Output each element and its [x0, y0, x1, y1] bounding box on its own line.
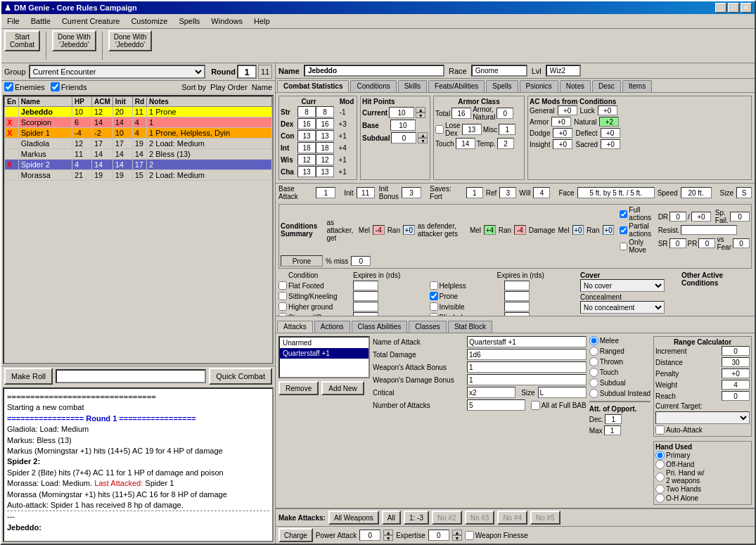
- tab-notes[interactable]: Notes: [560, 80, 591, 92]
- hp-subdual-down-button[interactable]: ▼: [418, 138, 428, 143]
- table-row[interactable]: Gladiola121717192 Load: Medium: [5, 139, 272, 149]
- table-row[interactable]: XSpider 241414172: [5, 160, 272, 170]
- cond-check-stunned-cower[interactable]: [278, 313, 287, 316]
- enemies-checkbox[interactable]: [4, 82, 13, 91]
- expertise-up[interactable]: ▲: [452, 530, 462, 535]
- tab-psionics[interactable]: Psionics: [520, 80, 558, 92]
- menu-battle[interactable]: Battle: [25, 15, 56, 27]
- resist-input[interactable]: [681, 225, 737, 235]
- add-weapon-button[interactable]: Add New: [321, 381, 364, 395]
- friends-checkbox-label[interactable]: Friends: [51, 82, 87, 91]
- table-row[interactable]: Jebeddo101220111 Prone: [5, 107, 272, 117]
- tab-spells[interactable]: Spells: [486, 80, 518, 92]
- pr-input[interactable]: [698, 238, 715, 248]
- menu-customize[interactable]: Customize: [125, 15, 173, 27]
- hp-current-input[interactable]: [389, 107, 414, 118]
- saves-will-input[interactable]: [533, 187, 550, 198]
- level-input[interactable]: [546, 65, 581, 77]
- dec-input[interactable]: [605, 414, 622, 424]
- base-attack-input[interactable]: [316, 187, 335, 198]
- cond-rcheck-blinded[interactable]: [430, 313, 438, 316]
- weight-input[interactable]: [722, 380, 750, 390]
- all-full-bab-label[interactable]: All at Full BAB: [531, 401, 587, 410]
- attr-curr-con[interactable]: [297, 130, 316, 141]
- dr-input[interactable]: [669, 212, 686, 222]
- maximize-button[interactable]: □: [728, 3, 739, 13]
- pri-hand-w2-radio[interactable]: [655, 473, 665, 482]
- hp-up-button[interactable]: ▲: [416, 107, 425, 113]
- attack-tab-attacks[interactable]: Attacks: [277, 321, 313, 333]
- charge-button[interactable]: Charge: [278, 528, 313, 542]
- subdual-instead-radio[interactable]: [589, 389, 598, 398]
- sr-input[interactable]: [669, 238, 686, 248]
- menu-windows[interactable]: Windows: [205, 15, 248, 27]
- weapon-critical-input[interactable]: [467, 387, 515, 398]
- full-actions-checkbox[interactable]: [620, 210, 627, 218]
- weapon-damage-bonus-input[interactable]: [467, 374, 587, 385]
- cond-rexpires-prone[interactable]: [504, 291, 530, 301]
- attack-tab-actions[interactable]: Actions: [314, 321, 350, 333]
- size-input[interactable]: [736, 187, 752, 198]
- character-name-input[interactable]: [304, 65, 444, 77]
- table-row[interactable]: XSpider 1-4-21041 Prone, Helpless, Dyin: [5, 128, 272, 139]
- weapon-name-input[interactable]: [467, 336, 587, 347]
- vs-fear-input[interactable]: [733, 238, 750, 248]
- enemies-checkbox-label[interactable]: Enemies: [4, 82, 45, 91]
- concealment-select[interactable]: No concealment: [580, 301, 665, 314]
- power-attack-up[interactable]: ▲: [383, 530, 393, 535]
- only-move-checkbox[interactable]: [620, 243, 627, 250]
- cond-expires-higher-ground[interactable]: [353, 302, 378, 312]
- cond-rcheck-prone[interactable]: [430, 292, 438, 300]
- attr-base-cha[interactable]: [316, 166, 334, 177]
- cond-expires-stunned-cower[interactable]: [353, 312, 378, 316]
- num-attacks-input[interactable]: [467, 399, 525, 411]
- col-notes[interactable]: Notes: [147, 97, 272, 107]
- expertise-down[interactable]: ▼: [452, 535, 462, 541]
- temp-input[interactable]: [497, 138, 514, 149]
- cond-check-sitting-kneeling[interactable]: [278, 292, 287, 300]
- done-with-jebeddo-button-2[interactable]: Done With 'Jebeddo': [108, 30, 153, 51]
- face-input[interactable]: [577, 187, 655, 198]
- expertise-input[interactable]: [428, 530, 449, 541]
- attr-base-con[interactable]: [316, 130, 334, 141]
- weapon-finesse-checkbox[interactable]: [465, 531, 474, 540]
- attr-base-wis[interactable]: [316, 154, 334, 165]
- group-select[interactable]: Current Encounter: [29, 65, 206, 79]
- attr-curr-wis[interactable]: [297, 154, 316, 165]
- remove-weapon-button[interactable]: Remove: [278, 381, 319, 395]
- done-with-jebeddo-button-1[interactable]: Done With 'Jebeddo': [52, 30, 96, 51]
- cond-expires-flat-footed[interactable]: [353, 281, 378, 290]
- cond-rexpires-blinded[interactable]: [504, 312, 530, 316]
- penalty-input[interactable]: [722, 368, 750, 378]
- power-attack-down[interactable]: ▼: [383, 535, 393, 541]
- cond-expires-sitting-kneeling[interactable]: [353, 291, 378, 301]
- weapon-size-input[interactable]: [538, 387, 587, 398]
- partial-actions-checkbox[interactable]: [620, 226, 627, 234]
- ranged-radio[interactable]: [589, 347, 598, 356]
- cond-rexpires-invisible[interactable]: [504, 302, 530, 312]
- saves-ref-input[interactable]: [499, 187, 516, 198]
- friends-checkbox[interactable]: [51, 82, 60, 91]
- tab-items[interactable]: Items: [622, 80, 652, 92]
- quick-combat-button[interactable]: Quick Combat: [209, 368, 272, 385]
- menu-current-creature[interactable]: Current Creature: [56, 15, 126, 27]
- sp-fail-input[interactable]: [730, 212, 750, 222]
- miss-pct-input[interactable]: [351, 256, 371, 266]
- race-input[interactable]: [471, 65, 527, 77]
- attr-base-dex[interactable]: [316, 118, 334, 129]
- attr-base-int[interactable]: [316, 142, 334, 153]
- hp-subdual-up-button[interactable]: ▲: [418, 132, 428, 138]
- minimize-button[interactable]: _: [715, 3, 726, 13]
- melee-radio[interactable]: [589, 336, 598, 345]
- attack-tab-class-abilities[interactable]: Class Abilities: [352, 321, 408, 333]
- attr-curr-str[interactable]: [297, 106, 316, 117]
- tab-feats-abilities[interactable]: Feats/Abilities: [428, 80, 485, 92]
- tab-desc[interactable]: Desc: [592, 80, 621, 92]
- weapon-item-quarterstaff--1[interactable]: Quarterstaff +1: [280, 348, 369, 359]
- attack-1-button[interactable]: 1: -3: [404, 511, 429, 525]
- col-name[interactable]: Name: [18, 97, 72, 107]
- tab-combat-statistics[interactable]: Combat Statistics: [277, 80, 349, 92]
- cover-select[interactable]: No cover: [580, 279, 665, 292]
- col-init[interactable]: Init: [113, 97, 132, 107]
- attr-base-str[interactable]: [316, 106, 334, 117]
